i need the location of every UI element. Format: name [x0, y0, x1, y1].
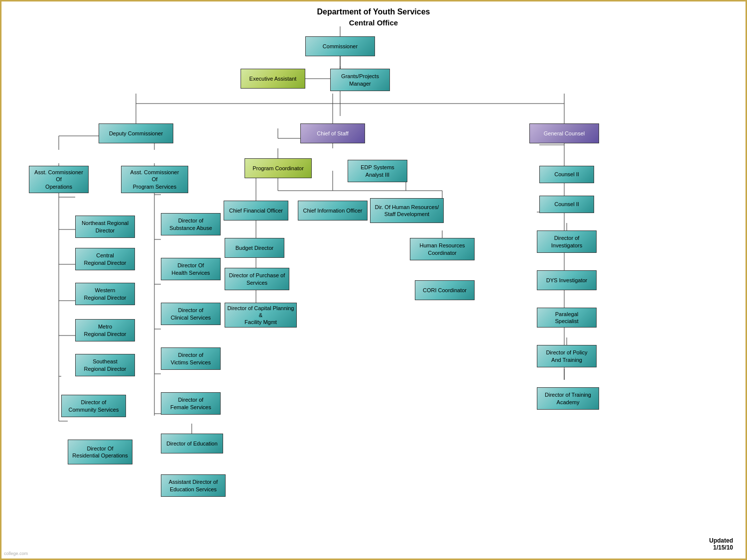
dir-female-box: Director ofFemale Services: [161, 392, 221, 415]
dir-capital-label: Director of Capital Planning &Facility M…: [227, 305, 294, 326]
updated-text: Updated1/15/10: [709, 537, 733, 551]
dys-investigator-label: DYS Investigator: [546, 277, 588, 284]
grants-manager-label: Grants/ProjectsManager: [341, 73, 379, 87]
paralegal-specialist-label: ParalegalSpecialist: [555, 311, 578, 325]
southeast-regional-label: SoutheastRegional Director: [84, 358, 126, 372]
cori-coordinator-box: CORI Coordinator: [415, 280, 475, 300]
western-regional-box: WesternRegional Director: [75, 283, 135, 305]
dir-capital-box: Director of Capital Planning &Facility M…: [225, 303, 297, 328]
metro-regional-box: MetroRegional Director: [75, 319, 135, 341]
northeast-regional-box: Northeast Regional Director: [75, 216, 135, 238]
cori-coordinator-label: CORI Coordinator: [423, 287, 467, 294]
counsel-ii-1-label: Counsel II: [554, 171, 579, 178]
chief-info-box: Chief Information Officer: [298, 201, 368, 221]
dir-purchase-label: Director of Purchase ofServices: [229, 272, 285, 286]
dir-victims-box: Director ofVictims Services: [161, 347, 221, 370]
deputy-commissioner-box: Deputy Commissioner: [99, 123, 173, 143]
grants-manager-box: Grants/ProjectsManager: [330, 69, 390, 91]
dir-training-academy-box: Director of TrainingAcademy: [537, 387, 599, 410]
edp-analyst-box: EDP SystemsAnalyst III: [348, 160, 407, 182]
asst-comm-programs-box: Asst. CommissionerOfProgram Services: [121, 166, 188, 193]
dir-community-label: Director ofCommunity Services: [69, 399, 119, 413]
asst-comm-operations-label: Asst. CommissionerOfOperations: [34, 169, 83, 190]
dir-training-academy-label: Director of TrainingAcademy: [545, 391, 591, 406]
chief-of-staff-box: Chief of Staff: [300, 123, 365, 143]
dir-residential-label: Director OfResidential Operations: [72, 445, 127, 459]
dir-policy-training-label: Director of PolicyAnd Training: [546, 349, 587, 363]
general-counsel-box: General Counsel: [529, 123, 599, 143]
asst-dir-education-label: Assistant Director ofEducation Services: [169, 478, 218, 493]
dir-clinical-label: Director ofClinical Services: [171, 307, 211, 321]
dir-residential-box: Director OfResidential Operations: [68, 440, 132, 464]
dir-female-label: Director ofFemale Services: [170, 396, 211, 411]
dir-substance-abuse-label: Director ofSubstance Abuse: [169, 217, 212, 231]
budget-director-box: Budget Director: [225, 238, 284, 258]
northeast-regional-label: Northeast Regional Director: [78, 220, 132, 234]
dir-investigators-label: Director ofInvestigators: [551, 234, 582, 249]
counsel-ii-2-box: Counsel II: [539, 196, 594, 213]
dir-education-box: Director of Education: [161, 434, 223, 453]
page: Department of Youth Services Central Off…: [0, 0, 747, 560]
counsel-ii-2-label: Counsel II: [554, 201, 579, 208]
dir-victims-label: Director ofVictims Services: [171, 351, 211, 366]
asst-dir-education-box: Assistant Director ofEducation Services: [161, 474, 226, 497]
dir-investigators-box: Director ofInvestigators: [537, 230, 597, 253]
deputy-commissioner-label: Deputy Commissioner: [109, 130, 163, 137]
dir-clinical-box: Director ofClinical Services: [161, 303, 221, 325]
page-subtitle: Central Office: [1, 16, 746, 27]
watermark-text: college.com: [4, 551, 28, 556]
org-chart: Commissioner Executive Assistant Grants/…: [1, 31, 747, 560]
asst-comm-programs-label: Asst. CommissionerOfProgram Services: [130, 169, 179, 190]
dir-hr-label: Dir. Of Human Resources/Staff Developmen…: [375, 204, 439, 218]
exec-assistant-label: Executive Assistant: [249, 75, 297, 82]
dir-purchase-box: Director of Purchase ofServices: [225, 268, 289, 290]
asst-comm-operations-box: Asst. CommissionerOfOperations: [29, 166, 89, 193]
chief-financial-label: Chief Financial Officer: [229, 207, 283, 214]
commissioner-label: Commissioner: [323, 43, 358, 50]
commissioner-box: Commissioner: [305, 36, 375, 56]
chief-financial-box: Chief Financial Officer: [224, 201, 288, 221]
dir-hr-box: Dir. Of Human Resources/Staff Developmen…: [370, 198, 444, 223]
dir-health-box: Director OfHealth Services: [161, 258, 221, 280]
paralegal-specialist-box: ParalegalSpecialist: [537, 308, 597, 328]
exec-assistant-box: Executive Assistant: [241, 69, 305, 89]
dir-health-label: Director OfHealth Services: [171, 262, 210, 276]
dys-investigator-box: DYS Investigator: [537, 270, 597, 290]
central-regional-box: CentralRegional Director: [75, 248, 135, 270]
western-regional-label: WesternRegional Director: [84, 287, 126, 301]
page-title: Department of Youth Services: [1, 1, 746, 16]
program-coordinator-box: Program Coordinator: [245, 158, 312, 178]
central-regional-label: CentralRegional Director: [84, 252, 126, 266]
edp-analyst-label: EDP SystemsAnalyst III: [361, 164, 394, 178]
general-counsel-label: General Counsel: [544, 130, 585, 137]
dir-community-box: Director ofCommunity Services: [61, 395, 126, 417]
dir-policy-training-box: Director of PolicyAnd Training: [537, 345, 597, 367]
hr-coordinator-label: Human ResourcesCoordinator: [419, 242, 465, 256]
chief-info-label: Chief Information Officer: [303, 207, 362, 214]
budget-director-label: Budget Director: [236, 244, 273, 251]
hr-coordinator-box: Human ResourcesCoordinator: [410, 238, 475, 260]
program-coordinator-label: Program Coordinator: [252, 165, 304, 172]
dir-education-label: Director of Education: [166, 440, 218, 447]
southeast-regional-box: SoutheastRegional Director: [75, 354, 135, 376]
dir-substance-abuse-box: Director ofSubstance Abuse: [161, 213, 221, 235]
chief-of-staff-label: Chief of Staff: [317, 130, 348, 137]
counsel-ii-1-box: Counsel II: [539, 166, 594, 183]
metro-regional-label: MetroRegional Director: [84, 323, 126, 337]
